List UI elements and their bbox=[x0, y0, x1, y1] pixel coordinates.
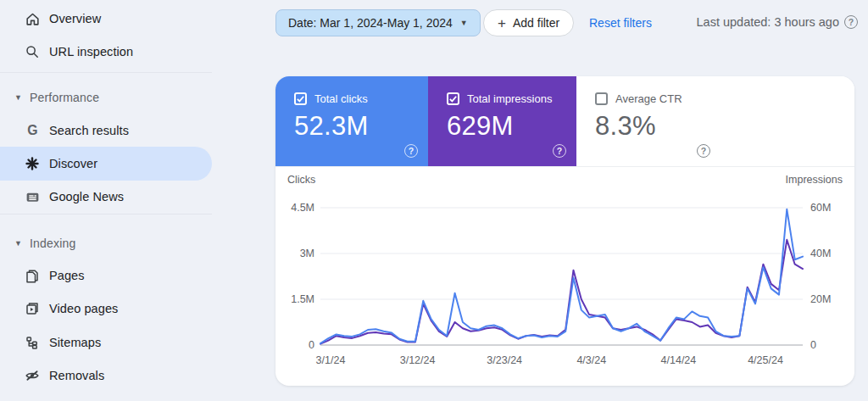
add-filter-label: Add filter bbox=[513, 16, 559, 30]
sidebar-section-indexing[interactable]: ▼ Indexing bbox=[0, 229, 212, 258]
sidebar-item-pages[interactable]: Pages bbox=[0, 259, 212, 292]
sidebar-item-label: Overview bbox=[49, 12, 101, 25]
svg-text:3/1/24: 3/1/24 bbox=[316, 354, 346, 366]
svg-text:0: 0 bbox=[309, 339, 314, 351]
svg-text:20M: 20M bbox=[810, 293, 831, 305]
sidebar-item-url-inspection[interactable]: URL inspection bbox=[0, 36, 212, 68]
date-filter-chip[interactable]: Date: Mar 1, 2024-May 1, 2024 ▼ bbox=[275, 9, 481, 36]
sitemaps-icon bbox=[24, 334, 41, 351]
metric-label: Total clicks bbox=[314, 92, 368, 105]
help-icon[interactable]: ? bbox=[844, 15, 858, 29]
sidebar-item-label: Search results bbox=[49, 124, 129, 137]
svg-text:Impressions: Impressions bbox=[786, 174, 843, 186]
svg-text:4/3/24: 4/3/24 bbox=[576, 354, 606, 366]
total-clicks-card[interactable]: Total clicks 52.3M ? bbox=[275, 76, 428, 166]
sidebar-item-removals[interactable]: Removals bbox=[0, 359, 212, 392]
checkbox-checked-icon[interactable] bbox=[294, 92, 307, 105]
svg-text:3/23/24: 3/23/24 bbox=[487, 354, 522, 366]
sidebar-item-discover[interactable]: Discover bbox=[0, 147, 212, 181]
home-icon bbox=[24, 10, 41, 27]
sidebar-item-label: Video pages bbox=[49, 302, 118, 315]
svg-text:4/14/24: 4/14/24 bbox=[661, 354, 697, 366]
svg-text:3/12/24: 3/12/24 bbox=[400, 354, 436, 366]
sidebar-item-label: URL inspection bbox=[49, 45, 133, 58]
video-pages-icon bbox=[24, 300, 41, 317]
sidebar-divider bbox=[0, 72, 212, 73]
reset-filters-link[interactable]: Reset filters bbox=[589, 16, 652, 30]
sidebar-item-overview[interactable]: Overview bbox=[0, 3, 212, 35]
eye-off-icon bbox=[24, 367, 41, 384]
sidebar-item-label: Sitemaps bbox=[49, 336, 101, 349]
svg-text:40M: 40M bbox=[810, 248, 831, 259]
metric-value: 629M bbox=[447, 111, 576, 142]
chevron-down-icon: ▼ bbox=[14, 239, 22, 248]
google-g-icon: G bbox=[24, 122, 41, 139]
sidebar-item-sitemaps[interactable]: Sitemaps bbox=[0, 326, 212, 359]
discover-asterisk-icon bbox=[24, 155, 41, 172]
svg-text:G: G bbox=[27, 123, 37, 137]
sidebar-item-video-pages[interactable]: Video pages bbox=[0, 292, 212, 325]
sidebar-item-label: Discover bbox=[49, 157, 97, 170]
metric-row-spacer bbox=[721, 76, 854, 166]
date-filter-label: Date: Mar 1, 2024-May 1, 2024 bbox=[288, 16, 453, 30]
metric-cards-row: Total clicks 52.3M ? Total impressions 6… bbox=[275, 76, 854, 167]
sidebar-item-google-news[interactable]: Google News bbox=[0, 181, 212, 213]
news-icon bbox=[24, 188, 41, 205]
svg-text:Clicks: Clicks bbox=[287, 174, 315, 186]
search-console-app: Overview URL inspection ▼ Performance G … bbox=[0, 0, 868, 401]
metric-label: Total impressions bbox=[467, 92, 552, 105]
chevron-down-icon: ▼ bbox=[14, 93, 22, 102]
total-impressions-card[interactable]: Total impressions 629M ? bbox=[428, 76, 576, 166]
sidebar-item-label: Removals bbox=[49, 369, 104, 382]
sidebar-item-label: Google News bbox=[49, 190, 124, 203]
help-icon[interactable]: ? bbox=[553, 144, 566, 158]
svg-text:4/25/24: 4/25/24 bbox=[748, 354, 783, 366]
sidebar-section-label: Performance bbox=[30, 91, 99, 104]
add-filter-button[interactable]: + Add filter bbox=[483, 9, 574, 36]
checkbox-checked-icon[interactable] bbox=[447, 92, 459, 105]
svg-text:4.5M: 4.5M bbox=[291, 202, 314, 214]
svg-text:60M: 60M bbox=[810, 202, 831, 214]
chevron-down-icon: ▼ bbox=[460, 19, 468, 27]
chart-area: 001.5M20M3M40M4.5M60MClicksImpressions3/… bbox=[275, 167, 854, 386]
svg-text:1.5M: 1.5M bbox=[291, 293, 314, 305]
sidebar-section-label: Indexing bbox=[30, 237, 76, 250]
sidebar-section-performance[interactable]: ▼ Performance bbox=[0, 83, 212, 112]
metric-value: 52.3M bbox=[294, 111, 428, 142]
sidebar-divider bbox=[0, 214, 212, 214]
sidebar-item-search-results[interactable]: G Search results bbox=[0, 114, 212, 147]
average-ctr-card[interactable]: Average CTR 8.3% ? bbox=[576, 76, 721, 166]
last-updated: Last updated: 3 hours ago ? bbox=[697, 15, 859, 29]
help-icon[interactable]: ? bbox=[404, 144, 418, 158]
performance-panel: Total clicks 52.3M ? Total impressions 6… bbox=[275, 76, 854, 386]
performance-chart[interactable]: 001.5M20M3M40M4.5M60MClicksImpressions3/… bbox=[275, 167, 854, 386]
help-icon[interactable]: ? bbox=[697, 144, 710, 158]
sidebar-item-label: Pages bbox=[49, 269, 85, 282]
last-updated-text: Last updated: 3 hours ago bbox=[697, 15, 840, 29]
pages-icon bbox=[24, 267, 41, 284]
search-icon bbox=[24, 43, 41, 60]
metric-label: Average CTR bbox=[615, 92, 682, 105]
svg-text:0: 0 bbox=[810, 339, 816, 351]
plus-icon: + bbox=[498, 16, 506, 31]
checkbox-unchecked-icon[interactable] bbox=[595, 92, 608, 105]
svg-text:3M: 3M bbox=[300, 248, 314, 259]
metric-value: 8.3% bbox=[595, 111, 721, 142]
